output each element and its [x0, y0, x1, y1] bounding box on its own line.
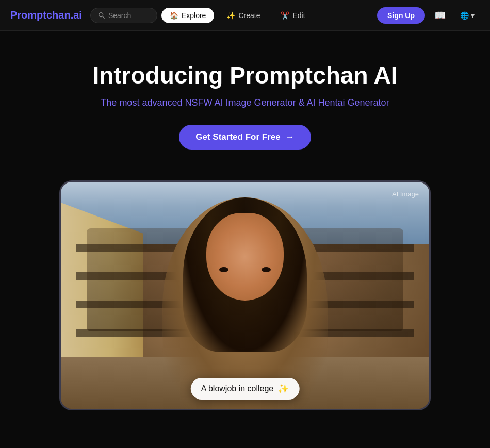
brand-logo[interactable]: Promptchan.ai [10, 9, 82, 21]
hero-title: Introducing Promptchan AI [10, 62, 480, 89]
logo-text-accent: .ai [71, 9, 82, 21]
magic-wand-icon: ✨ [277, 383, 289, 394]
create-button[interactable]: ✨ Create [218, 8, 268, 23]
figure-face [206, 213, 284, 301]
globe-icon: 🌐 [460, 11, 469, 20]
explore-icon: 🏠 [170, 11, 178, 20]
explore-label: Explore [182, 11, 206, 20]
edit-button[interactable]: ✂️ Edit [272, 8, 313, 23]
caption-text: A blowjob in college [201, 384, 274, 393]
cta-label: Get Started For Free [195, 132, 280, 142]
search-input[interactable] [108, 11, 150, 20]
chevron-down-icon: ▾ [471, 11, 475, 20]
create-label: Create [238, 11, 260, 20]
figure-eye-left [219, 267, 228, 272]
ai-image: AI Image [61, 182, 429, 409]
language-button[interactable]: 🌐 ▾ [455, 8, 480, 23]
edit-label: Edit [292, 11, 305, 20]
figure-eye-right [262, 267, 271, 272]
caption-bubble: A blowjob in college ✨ [191, 378, 300, 400]
figure-eyes [219, 267, 271, 272]
cta-arrow-icon: → [286, 132, 295, 142]
edit-icon: ✂️ [281, 11, 289, 20]
create-icon: ✨ [226, 11, 235, 20]
search-box[interactable] [90, 8, 157, 23]
svg-line-1 [103, 16, 105, 18]
hero-subtitle: The most advanced NSFW AI Image Generato… [10, 97, 480, 108]
image-card-wrapper: AI Image A blowjob in college ✨ [0, 170, 490, 431]
explore-button[interactable]: 🏠 Explore [161, 8, 214, 23]
get-started-button[interactable]: Get Started For Free → [179, 125, 311, 150]
search-icon [98, 12, 105, 19]
navbar: Promptchan.ai 🏠 Explore ✨ Create ✂️ Edit… [0, 0, 490, 31]
ai-image-card: AI Image A blowjob in college ✨ [59, 180, 431, 410]
ai-watermark: AI Image [392, 190, 419, 198]
book-icon: 📖 [434, 10, 446, 21]
signup-button[interactable]: Sign Up [377, 7, 425, 24]
book-button[interactable]: 📖 [429, 7, 451, 24]
logo-text-main: Promptchan [10, 9, 71, 21]
hero-section: Introducing Promptchan AI The most advan… [0, 31, 490, 170]
signup-label: Sign Up [387, 11, 415, 20]
